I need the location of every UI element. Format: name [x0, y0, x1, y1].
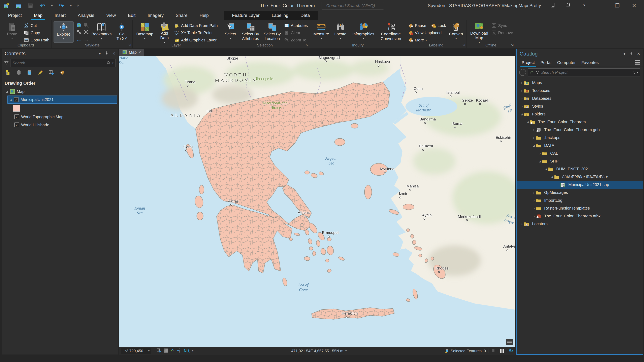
undo-button[interactable]: ↶	[39, 2, 46, 9]
cut-button[interactable]: Cut	[24, 22, 49, 28]
filter-icon[interactable]	[536, 70, 540, 74]
expand-arrow-icon[interactable]: ▷	[519, 81, 524, 84]
catalog-tab-portal[interactable]: Portal	[538, 59, 554, 66]
expand-arrow-icon[interactable]: ▷	[531, 207, 536, 210]
navigate-dialog-launcher[interactable]: ⇲	[128, 43, 131, 47]
lock-labels-button[interactable]: Lock	[431, 22, 446, 28]
bookmarks-button[interactable]: Bookmarks▾	[91, 21, 112, 43]
expand-arrow-icon[interactable]: ◢	[4, 90, 10, 93]
grid-icon[interactable]	[163, 348, 168, 354]
previous-extent-button[interactable]: ←	[76, 36, 82, 43]
catalog-item-styles[interactable]: ▷Styles	[517, 102, 643, 110]
basemap-button[interactable]: Basemap▾	[135, 21, 155, 43]
view-unplaced-button[interactable]: View Unplaced	[408, 30, 446, 36]
contextual-tab-labeling[interactable]: Labeling	[267, 11, 293, 20]
catalog-item-toolboxes[interactable]: ▷Toolboxes	[517, 87, 643, 94]
refresh-map-button[interactable]: ↻	[509, 348, 513, 354]
catalog-pin-icon[interactable]	[630, 51, 633, 56]
expand-arrow-icon[interactable]: ▷	[519, 97, 524, 100]
pause-drawing-button[interactable]	[500, 349, 504, 353]
catalog-item--[interactable]: ◢âåïÄÆêëäæ äîÄÆåÆäæ	[517, 173, 643, 181]
catalog-item-dhm-enot-2021[interactable]: ◢DHM_ENOT_2021	[517, 165, 643, 173]
expand-arrow-icon[interactable]: ▷	[519, 89, 524, 92]
catalog-item-municipalunit2021-shp[interactable]: MunicipalUnit2021.shp	[517, 181, 643, 189]
selected-features-indicator[interactable]: Selected Features: 0	[444, 349, 486, 353]
layer-symbol-row[interactable]	[2, 104, 118, 113]
catalog-tab-project[interactable]: Project	[520, 59, 537, 66]
fixed-zoom-in-icon[interactable]	[76, 29, 82, 35]
dynamic-constraints-icon[interactable]	[177, 348, 182, 354]
catalog-search-box[interactable]: ▾	[528, 68, 640, 76]
contents-collapse-icon[interactable]: ▾	[99, 51, 101, 56]
expand-arrow-icon[interactable]: ▷	[531, 215, 536, 218]
contextual-tab-data[interactable]: Data	[296, 11, 314, 20]
command-search[interactable]	[322, 2, 384, 9]
ribbon-tab-help[interactable]: Help	[195, 11, 214, 20]
select-by-attributes-button[interactable]: Select By Attributes	[240, 21, 260, 43]
coordinate-conversion-button[interactable]: Coordinate Conversion	[378, 21, 404, 43]
snapping-icon[interactable]	[170, 348, 175, 354]
layer-visibility-checkbox[interactable]: ✓	[14, 97, 18, 102]
contents-pin-icon[interactable]	[105, 51, 108, 56]
redo-button[interactable]: ↷	[58, 2, 65, 9]
go-to-xy-button[interactable]: Go To XY	[113, 21, 130, 43]
expand-arrow-icon[interactable]: ▷	[537, 152, 542, 155]
selection-dialog-launcher[interactable]: ⇲	[306, 43, 308, 47]
catalog-item-databases[interactable]: ▷Databases	[517, 94, 643, 102]
command-search-input[interactable]	[326, 3, 381, 8]
select-button[interactable]: Select▾	[222, 21, 239, 43]
explore-button[interactable]: Explore▾	[54, 21, 74, 43]
catalog-item-the-four-color-theorem-atbx[interactable]: ▷The_Four_Color_Theorem.atbx	[517, 212, 643, 220]
select-by-location-button[interactable]: Select By Location	[262, 21, 282, 43]
catalog-search-input[interactable]	[541, 70, 630, 75]
xy-table-to-point-button[interactable]: EXY XY Table To Point	[174, 30, 218, 36]
search-options-chevron[interactable]: ▾	[637, 71, 638, 74]
catalog-item-rasterfunctiontemplates[interactable]: ▷RasterFunctionTemplates	[517, 204, 643, 212]
home-icon[interactable]	[530, 70, 534, 74]
add-data-button[interactable]: Add Data▾	[156, 21, 172, 43]
minimize-button[interactable]: —	[596, 2, 605, 9]
labeling-dialog-launcher[interactable]: ⇲	[462, 43, 465, 47]
convert-labels-button[interactable]: A Convert▾	[448, 21, 464, 43]
list-by-selection-icon[interactable]	[27, 70, 32, 76]
catalog-item-shp[interactable]: ◢SHP	[517, 157, 643, 165]
expand-arrow-icon[interactable]: ▷	[519, 223, 524, 225]
contents-close-icon[interactable]: ×	[112, 51, 115, 56]
undo-dropdown[interactable]: ▾	[51, 4, 53, 8]
snapping-dropdown-chevron[interactable]: ▾	[192, 349, 194, 352]
more-labeling-button[interactable]: More▾	[408, 37, 446, 43]
layer-visibility-checkbox[interactable]: ✓	[14, 114, 19, 119]
catalog-back-button[interactable]: ←	[519, 69, 526, 76]
ribbon-tab-insert[interactable]: Insert	[50, 11, 70, 20]
open-project-button[interactable]	[15, 2, 22, 9]
full-extent-button[interactable]	[76, 22, 82, 29]
expand-arrow-icon[interactable]: ▷	[531, 136, 536, 139]
catalog-tab-computer[interactable]: Computer	[555, 59, 578, 66]
expand-arrow-icon[interactable]: ◢	[8, 98, 14, 101]
collapse-arrow-icon[interactable]: ◢	[537, 160, 542, 163]
catalog-collapse-icon[interactable]: ▾	[624, 51, 626, 56]
list-by-data-source-icon[interactable]	[16, 70, 22, 76]
scale-combobox[interactable]: 1:3,720,450 ▾	[121, 348, 151, 354]
restore-button[interactable]: ❐	[612, 2, 622, 9]
ribbon-tab-imagery[interactable]: Imagery	[143, 11, 168, 20]
copy-button[interactable]: Copy	[24, 30, 49, 36]
download-map-button[interactable]: Download Map▾	[469, 21, 490, 43]
ribbon-tab-project[interactable]: Project	[3, 11, 26, 20]
contents-search-box[interactable]: ▾	[10, 59, 116, 67]
catalog-item-maps[interactable]: ▷Maps	[517, 79, 643, 87]
catalog-item-importlog[interactable]: ▷ImportLog	[517, 196, 643, 204]
list-by-labeling-icon[interactable]	[59, 70, 65, 76]
catalog-item-cal[interactable]: ▷CAL	[517, 149, 643, 157]
catalog-item-folders[interactable]: ◢Folders	[517, 110, 643, 118]
search-options-chevron[interactable]: ▾	[112, 61, 114, 64]
filter-icon[interactable]	[4, 61, 9, 65]
ribbon-tab-edit[interactable]: Edit	[123, 11, 140, 20]
catalog-item-the-four-color-theorem[interactable]: ◢The_Four_Color_Theorem	[517, 118, 643, 126]
expand-arrow-icon[interactable]: ▷	[531, 199, 536, 202]
municipal-symbol-swatch[interactable]	[13, 105, 20, 112]
notifications-bell-icon[interactable]	[564, 2, 572, 9]
catalog-item-gpmessages[interactable]: ▷GpMessages	[517, 189, 643, 196]
close-button[interactable]: ✕	[630, 2, 639, 9]
new-project-button[interactable]	[3, 2, 10, 9]
